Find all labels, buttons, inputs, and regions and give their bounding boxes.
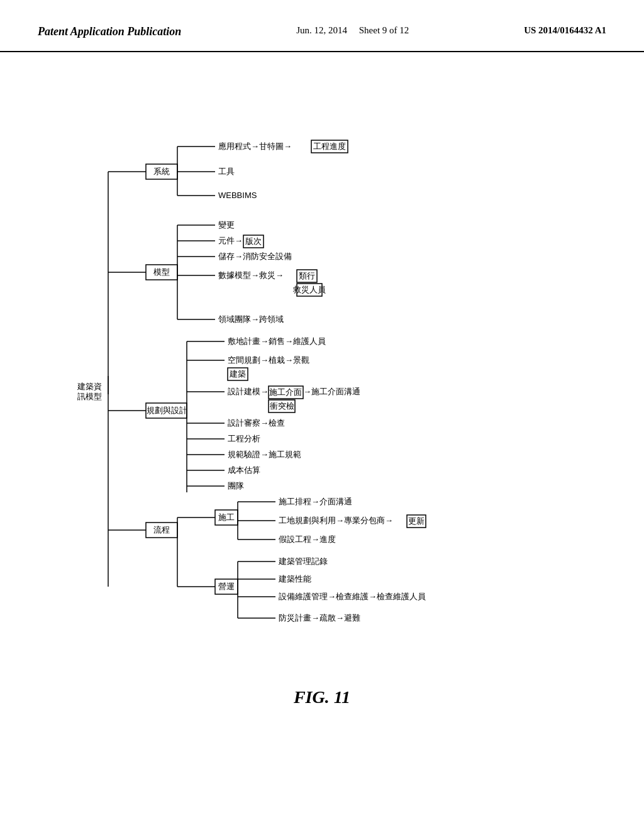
root-node-label: 建築資 xyxy=(77,382,102,391)
model-label: 模型 xyxy=(153,267,170,277)
ops-record-label: 建築管理記錄 xyxy=(278,556,328,566)
model-change-label: 變更 xyxy=(218,220,235,230)
model-component-label: 元件→ xyxy=(218,236,243,245)
const-update-label: 更新 xyxy=(408,516,425,526)
ops-perf-label: 建築性能 xyxy=(278,574,311,584)
plan-design-box1-label: 施工介面 xyxy=(269,387,302,397)
const-label: 施工 xyxy=(218,512,235,522)
sys-tools-label: 工具 xyxy=(218,167,235,176)
plan-spec-label: 規範驗證→施工規範 xyxy=(228,450,301,459)
header-patent-number: US 2014/0164432 A1 xyxy=(524,25,606,36)
model-rescue-label2: 救災人員 xyxy=(292,285,326,294)
const-site-label: 工地規劃與利用→專業分包商→ xyxy=(279,516,393,525)
header-date-sheet: Jun. 12, 2014 Sheet 9 of 12 xyxy=(296,25,409,36)
model-domain-label: 領域團隊→跨領域 xyxy=(218,314,284,324)
tree-diagram: 建築資 訊模型 系統 應用程式→甘特圖→ 工程進度 工具 WEBBIMS 模型 xyxy=(52,90,592,668)
plan-space-label: 空間規劃→植栽→景觀 xyxy=(228,355,309,365)
plan-site-label: 敷地計畫→銷售→維護人員 xyxy=(228,336,326,346)
model-rescue-label1: 類行 xyxy=(299,271,315,280)
const-temp-label: 假設工程→進度 xyxy=(279,534,336,544)
plan-review-label: 設計審察→檢查 xyxy=(228,418,285,428)
model-storage-label: 儲存→消防安全設備 xyxy=(218,252,292,261)
plan-design-arrow: →施工介面溝通 xyxy=(303,387,360,396)
model-version-label: 版次 xyxy=(245,236,262,246)
ops-disaster-label: 防災計畫→疏散→避難 xyxy=(279,613,360,622)
process-label: 流程 xyxy=(153,525,170,534)
header-publication-type: Patent Application Publication xyxy=(38,25,181,38)
ops-label: 營運 xyxy=(218,582,235,591)
plan-label: 規劃與設計 xyxy=(147,406,187,415)
model-data-label: 數據模型→救災→ xyxy=(218,270,284,280)
plan-team-label: 團隊 xyxy=(228,481,244,490)
sys-app-box-label: 工程進度 xyxy=(313,141,346,151)
const-schedule-label: 施工排程→介面溝通 xyxy=(279,497,352,506)
diagram-container: 建築資 訊模型 系統 應用程式→甘特圖→ 工程進度 工具 WEBBIMS 模型 xyxy=(0,52,644,733)
figure-label: FIG. 11 xyxy=(294,687,350,707)
page-header: Patent Application Publication Jun. 12, … xyxy=(0,0,644,52)
sys-webbims-label: WEBBIMS xyxy=(218,191,257,200)
plan-analysis-label: 工程分析 xyxy=(228,434,260,443)
root-node-label2: 訊模型 xyxy=(77,392,102,401)
plan-design-box2-label: 衝突檢 xyxy=(270,401,294,411)
sys-app-label: 應用程式→甘特圖→ xyxy=(218,141,292,151)
plan-arch-label: 建築 xyxy=(229,369,246,379)
ops-maint-label: 設備維護管理→檢查維護→檢查維護人員 xyxy=(279,592,426,601)
plan-cost-label: 成本估算 xyxy=(228,465,260,475)
system-label: 系統 xyxy=(153,167,170,176)
plan-design-label: 設計建模→ xyxy=(228,387,269,396)
